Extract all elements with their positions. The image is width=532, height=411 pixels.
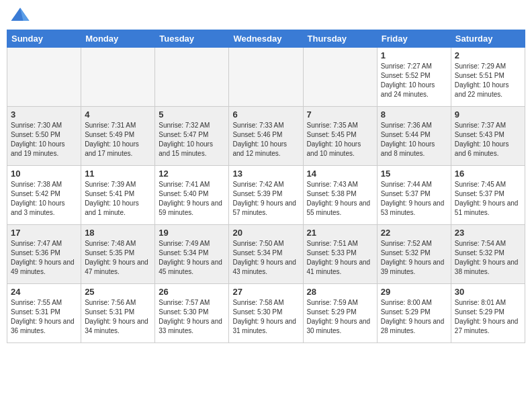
- calendar-cell: 20Sunrise: 7:50 AMSunset: 5:34 PMDayligh…: [229, 225, 303, 284]
- header: [7, 7, 525, 23]
- day-info: Sunrise: 7:37 AMSunset: 5:43 PMDaylight:…: [455, 121, 521, 158]
- calendar-cell: 28Sunrise: 7:59 AMSunset: 5:29 PMDayligh…: [303, 284, 377, 343]
- calendar-cell: 1Sunrise: 7:27 AMSunset: 5:52 PMDaylight…: [377, 48, 451, 107]
- day-info: Sunrise: 7:42 AMSunset: 5:39 PMDaylight:…: [232, 180, 299, 218]
- calendar-body: 1Sunrise: 7:27 AMSunset: 5:52 PMDaylight…: [7, 48, 525, 343]
- calendar-cell: 8Sunrise: 7:36 AMSunset: 5:44 PMDaylight…: [377, 107, 451, 166]
- calendar-cell: 3Sunrise: 7:30 AMSunset: 5:50 PMDaylight…: [7, 107, 81, 166]
- day-number: 30: [455, 287, 521, 297]
- calendar-cell: 18Sunrise: 7:48 AMSunset: 5:35 PMDayligh…: [81, 225, 155, 284]
- day-number: 11: [85, 169, 151, 179]
- day-number: 15: [381, 169, 447, 179]
- day-number: 13: [232, 169, 299, 179]
- calendar-cell: 2Sunrise: 7:29 AMSunset: 5:51 PMDaylight…: [451, 48, 525, 107]
- day-number: 8: [381, 109, 447, 120]
- day-info: Sunrise: 7:59 AMSunset: 5:29 PMDaylight:…: [307, 298, 373, 336]
- calendar-cell: 23Sunrise: 7:54 AMSunset: 5:32 PMDayligh…: [451, 225, 525, 284]
- day-number: 28: [307, 287, 373, 297]
- day-info: Sunrise: 8:00 AMSunset: 5:29 PMDaylight:…: [381, 298, 447, 336]
- day-number: 22: [381, 228, 447, 238]
- calendar: SundayMondayTuesdayWednesdayThursdayFrid…: [7, 30, 525, 343]
- day-number: 26: [159, 287, 225, 297]
- calendar-cell: 15Sunrise: 7:44 AMSunset: 5:37 PMDayligh…: [377, 166, 451, 225]
- calendar-cell: 11Sunrise: 7:39 AMSunset: 5:41 PMDayligh…: [81, 166, 155, 225]
- day-number: 4: [85, 109, 151, 120]
- day-number: 9: [455, 109, 521, 120]
- calendar-cell: 10Sunrise: 7:38 AMSunset: 5:42 PMDayligh…: [7, 166, 81, 225]
- calendar-cell: 17Sunrise: 7:47 AMSunset: 5:36 PMDayligh…: [7, 225, 81, 284]
- calendar-cell: 26Sunrise: 7:57 AMSunset: 5:30 PMDayligh…: [155, 284, 229, 343]
- day-info: Sunrise: 7:54 AMSunset: 5:32 PMDaylight:…: [455, 239, 521, 277]
- day-info: Sunrise: 7:47 AMSunset: 5:36 PMDaylight:…: [11, 239, 77, 277]
- day-number: 16: [455, 169, 521, 179]
- calendar-week-row: 1Sunrise: 7:27 AMSunset: 5:52 PMDaylight…: [7, 48, 525, 107]
- day-info: Sunrise: 7:52 AMSunset: 5:32 PMDaylight:…: [381, 239, 447, 277]
- calendar-cell: 4Sunrise: 7:31 AMSunset: 5:49 PMDaylight…: [81, 107, 155, 166]
- day-info: Sunrise: 7:36 AMSunset: 5:44 PMDaylight:…: [381, 121, 447, 158]
- calendar-cell: 12Sunrise: 7:41 AMSunset: 5:40 PMDayligh…: [155, 166, 229, 225]
- calendar-cell: 21Sunrise: 7:51 AMSunset: 5:33 PMDayligh…: [303, 225, 377, 284]
- day-number: 5: [159, 109, 225, 120]
- day-info: Sunrise: 7:35 AMSunset: 5:45 PMDaylight:…: [307, 121, 373, 158]
- day-info: Sunrise: 7:29 AMSunset: 5:51 PMDaylight:…: [455, 62, 521, 99]
- day-info: Sunrise: 8:01 AMSunset: 5:29 PMDaylight:…: [455, 298, 521, 336]
- day-header: Saturday: [451, 30, 525, 48]
- day-number: 24: [11, 287, 77, 297]
- day-number: 12: [159, 169, 225, 179]
- calendar-cell: 5Sunrise: 7:32 AMSunset: 5:47 PMDaylight…: [155, 107, 229, 166]
- day-info: Sunrise: 7:45 AMSunset: 5:37 PMDaylight:…: [455, 180, 521, 218]
- day-number: 3: [11, 109, 77, 120]
- day-info: Sunrise: 7:44 AMSunset: 5:37 PMDaylight:…: [381, 180, 447, 218]
- day-info: Sunrise: 7:33 AMSunset: 5:46 PMDaylight:…: [232, 121, 299, 158]
- day-number: 18: [85, 228, 151, 238]
- day-header: Sunday: [7, 30, 81, 48]
- calendar-cell: 13Sunrise: 7:42 AMSunset: 5:39 PMDayligh…: [229, 166, 303, 225]
- day-header: Tuesday: [155, 30, 229, 48]
- day-number: 23: [455, 228, 521, 238]
- calendar-cell: 19Sunrise: 7:49 AMSunset: 5:34 PMDayligh…: [155, 225, 229, 284]
- day-info: Sunrise: 7:27 AMSunset: 5:52 PMDaylight:…: [381, 62, 447, 99]
- day-header: Wednesday: [229, 30, 303, 48]
- day-number: 25: [85, 287, 151, 297]
- calendar-cell: 6Sunrise: 7:33 AMSunset: 5:46 PMDaylight…: [229, 107, 303, 166]
- calendar-cell: 27Sunrise: 7:58 AMSunset: 5:30 PMDayligh…: [229, 284, 303, 343]
- day-info: Sunrise: 7:49 AMSunset: 5:34 PMDaylight:…: [159, 239, 225, 277]
- calendar-week-row: 3Sunrise: 7:30 AMSunset: 5:50 PMDaylight…: [7, 107, 525, 166]
- day-info: Sunrise: 7:55 AMSunset: 5:31 PMDaylight:…: [11, 298, 77, 336]
- logo: [10, 7, 33, 23]
- day-info: Sunrise: 7:43 AMSunset: 5:38 PMDaylight:…: [307, 180, 373, 218]
- day-number: 7: [307, 109, 373, 120]
- day-number: 2: [455, 50, 521, 60]
- day-info: Sunrise: 7:48 AMSunset: 5:35 PMDaylight:…: [85, 239, 151, 277]
- calendar-cell: [81, 48, 155, 107]
- calendar-cell: [7, 48, 81, 107]
- calendar-cell: 24Sunrise: 7:55 AMSunset: 5:31 PMDayligh…: [7, 284, 81, 343]
- calendar-cell: 14Sunrise: 7:43 AMSunset: 5:38 PMDayligh…: [303, 166, 377, 225]
- day-info: Sunrise: 7:31 AMSunset: 5:49 PMDaylight:…: [85, 121, 151, 158]
- day-info: Sunrise: 7:58 AMSunset: 5:30 PMDaylight:…: [232, 298, 299, 336]
- calendar-week-row: 24Sunrise: 7:55 AMSunset: 5:31 PMDayligh…: [7, 284, 525, 343]
- day-info: Sunrise: 7:51 AMSunset: 5:33 PMDaylight:…: [307, 239, 373, 277]
- day-number: 1: [381, 50, 447, 60]
- day-number: 29: [381, 287, 447, 297]
- day-number: 17: [11, 228, 77, 238]
- day-info: Sunrise: 7:56 AMSunset: 5:31 PMDaylight:…: [85, 298, 151, 336]
- day-number: 14: [307, 169, 373, 179]
- day-header: Friday: [377, 30, 451, 48]
- calendar-cell: 7Sunrise: 7:35 AMSunset: 5:45 PMDaylight…: [303, 107, 377, 166]
- day-header: Thursday: [303, 30, 377, 48]
- day-number: 21: [307, 228, 373, 238]
- calendar-cell: [303, 48, 377, 107]
- calendar-cell: 29Sunrise: 8:00 AMSunset: 5:29 PMDayligh…: [377, 284, 451, 343]
- calendar-cell: 9Sunrise: 7:37 AMSunset: 5:43 PMDaylight…: [451, 107, 525, 166]
- day-info: Sunrise: 7:41 AMSunset: 5:40 PMDaylight:…: [159, 180, 225, 218]
- day-number: 20: [232, 228, 299, 238]
- day-info: Sunrise: 7:50 AMSunset: 5:34 PMDaylight:…: [232, 239, 299, 277]
- day-number: 6: [232, 109, 299, 120]
- day-info: Sunrise: 7:32 AMSunset: 5:47 PMDaylight:…: [159, 121, 225, 158]
- day-number: 10: [11, 169, 77, 179]
- calendar-week-row: 17Sunrise: 7:47 AMSunset: 5:36 PMDayligh…: [7, 225, 525, 284]
- calendar-header-row: SundayMondayTuesdayWednesdayThursdayFrid…: [7, 30, 525, 48]
- calendar-cell: [229, 48, 303, 107]
- calendar-week-row: 10Sunrise: 7:38 AMSunset: 5:42 PMDayligh…: [7, 166, 525, 225]
